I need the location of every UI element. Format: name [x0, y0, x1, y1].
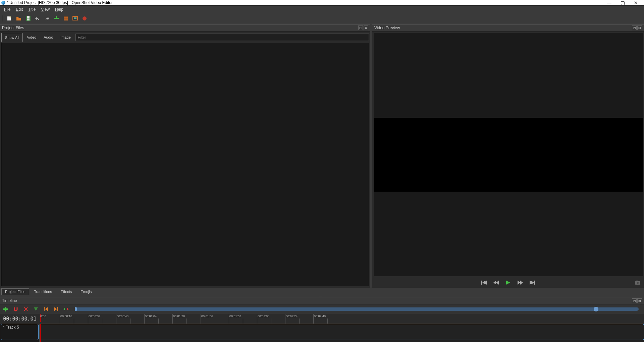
tab-effects[interactable]: Effects: [57, 288, 75, 295]
menu-edit[interactable]: Edit: [13, 6, 25, 12]
timeline-toolbar: [0, 304, 644, 314]
ruler-label: 00:02:24: [286, 314, 298, 318]
fast-forward-icon[interactable]: [517, 280, 523, 285]
ruler-tick: [172, 314, 173, 324]
ruler-tick: [88, 314, 88, 324]
app-icon: [1, 1, 5, 5]
minimize-button[interactable]: —: [602, 0, 616, 5]
project-files-panel: Show All Video Audio Image: [0, 32, 370, 288]
ruler-tick: [201, 314, 201, 324]
ruler-label: 00:01:20: [173, 314, 185, 318]
playhead-line: [40, 324, 41, 342]
ruler-label: 0:00: [40, 314, 46, 318]
ruler-tick: [257, 314, 257, 324]
rewind-icon[interactable]: [493, 280, 499, 285]
menubar: File Edit Title View Help: [0, 5, 644, 13]
tab-video[interactable]: Video: [23, 33, 40, 42]
ruler-tick: [229, 314, 229, 324]
ruler-label: 00:00:16: [60, 314, 72, 318]
redo-icon[interactable]: [44, 15, 50, 21]
svg-marker-18: [506, 281, 510, 285]
filter-input[interactable]: [75, 34, 369, 41]
ruler-tick-minor: [102, 319, 102, 324]
close-panel-icon[interactable]: ⊠: [364, 26, 368, 30]
timecode-display: 00:00:00,01: [0, 314, 40, 324]
jump-end-icon[interactable]: [529, 280, 535, 285]
timeline-ruler[interactable]: 0:0000:00:1600:00:3200:00:4800:01:0400:0…: [40, 314, 644, 324]
undock-icon[interactable]: ◰: [358, 26, 363, 30]
project-files-content[interactable]: [1, 43, 369, 286]
project-files-title: Project Files: [2, 26, 24, 30]
new-project-icon[interactable]: [6, 15, 12, 21]
prev-marker-icon[interactable]: [43, 306, 49, 312]
track-label[interactable]: Track 5: [1, 324, 39, 340]
video-preview-header: Video Preview ◰ ⊠: [372, 24, 644, 32]
menu-file[interactable]: File: [1, 6, 13, 12]
center-playhead-icon[interactable]: [63, 306, 69, 312]
svg-rect-28: [3, 308, 8, 310]
svg-marker-34: [54, 307, 57, 311]
add-marker-icon[interactable]: [33, 306, 39, 312]
svg-rect-23: [534, 281, 535, 285]
svg-rect-4: [27, 16, 30, 18]
preview-viewport: [374, 33, 643, 276]
tab-audio[interactable]: Audio: [40, 33, 56, 42]
svg-rect-6: [54, 18, 59, 19]
svg-point-12: [83, 16, 87, 20]
play-icon[interactable]: [505, 280, 511, 285]
ruler-label: 00:02:08: [258, 314, 269, 318]
menu-view[interactable]: View: [38, 6, 52, 12]
ruler-label: 00:01:36: [201, 314, 213, 318]
svg-point-25: [637, 282, 639, 284]
menu-help[interactable]: Help: [52, 6, 66, 12]
ruler-tick-minor: [299, 319, 300, 324]
save-project-icon[interactable]: [25, 15, 31, 21]
snapshot-icon[interactable]: [635, 280, 641, 285]
track-lane[interactable]: [40, 324, 644, 340]
export-video-icon[interactable]: [82, 15, 88, 21]
toolbar-grip: [2, 15, 3, 21]
ruler-label: 00:01:04: [145, 314, 157, 318]
ruler-tick-minor: [271, 319, 271, 324]
import-files-icon[interactable]: [53, 15, 59, 21]
razor-icon[interactable]: [23, 306, 29, 312]
svg-marker-20: [520, 281, 523, 285]
close-button[interactable]: ✕: [629, 0, 643, 5]
tab-image[interactable]: Image: [57, 33, 74, 42]
ruler-tick-minor: [186, 319, 187, 324]
ruler-tick: [116, 314, 116, 324]
menu-title[interactable]: Title: [25, 6, 38, 12]
svg-rect-13: [481, 281, 482, 285]
maximize-button[interactable]: ▢: [616, 0, 629, 5]
tab-project-files[interactable]: Project Files: [1, 288, 29, 295]
fullscreen-icon[interactable]: [72, 15, 78, 21]
undo-icon[interactable]: [35, 15, 41, 21]
ruler-label: 00:00:32: [89, 314, 100, 318]
track-name: Track 5: [6, 325, 19, 330]
tab-emojis[interactable]: Emojis: [77, 288, 95, 295]
close-panel-icon[interactable]: ⊠: [637, 26, 642, 30]
ruler-tick: [313, 314, 314, 324]
svg-rect-35: [57, 307, 58, 311]
ruler-tick: [60, 314, 60, 324]
tab-transitions[interactable]: Transitions: [31, 288, 56, 295]
ruler-tick-minor: [243, 319, 243, 324]
main-toolbar: [0, 13, 644, 24]
open-project-icon[interactable]: [16, 15, 22, 21]
ruler-label: 00:01:52: [229, 314, 241, 318]
tab-show-all[interactable]: Show All: [1, 33, 23, 42]
zoom-slider[interactable]: [76, 307, 639, 311]
jump-start-icon[interactable]: [481, 280, 487, 285]
svg-marker-37: [67, 308, 69, 310]
next-marker-icon[interactable]: [53, 306, 59, 312]
svg-rect-3: [27, 18, 30, 20]
timeline-header: Timeline ◰ ⊠: [0, 297, 644, 304]
add-track-icon[interactable]: [3, 306, 9, 312]
snap-icon[interactable]: [13, 306, 19, 312]
profile-icon[interactable]: [63, 15, 69, 21]
undock-icon[interactable]: ◰: [632, 298, 637, 303]
undock-icon[interactable]: ◰: [632, 26, 637, 30]
svg-marker-16: [493, 281, 496, 285]
window-title: * Untitled Project [HD 720p 30 fps] - Op…: [7, 0, 113, 5]
close-panel-icon[interactable]: ⊠: [637, 298, 642, 303]
